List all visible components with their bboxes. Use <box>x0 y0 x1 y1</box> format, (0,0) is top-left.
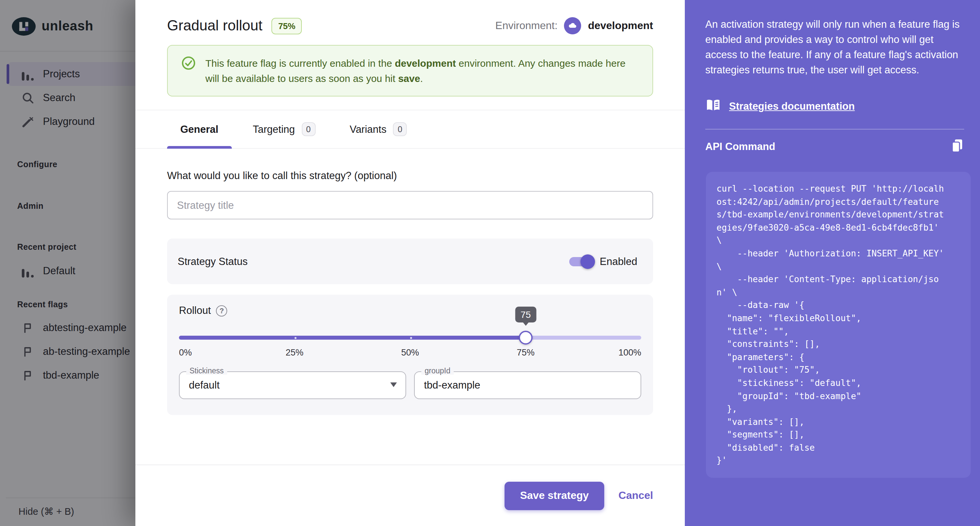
strategy-description: An activation strategy will only run whe… <box>705 16 964 77</box>
tab-general[interactable]: General <box>167 110 231 148</box>
chevron-down-icon <box>390 383 397 391</box>
strategy-status-panel: Strategy Status Enabled <box>167 239 653 284</box>
check-circle-icon <box>181 56 196 73</box>
slider-fill <box>179 336 526 340</box>
groupid-field: groupId <box>414 371 641 399</box>
page-title: Gradual rollout <box>167 17 262 34</box>
tab-label: General <box>180 123 218 135</box>
enabled-info-alert: This feature flag is currently enabled i… <box>167 45 653 96</box>
curl-command: curl --location --request PUT 'http://lo… <box>716 182 960 467</box>
groupid-label: groupId <box>421 367 454 375</box>
modal-footer: Save strategy Cancel <box>135 465 685 526</box>
strategy-status-toggle[interactable] <box>568 253 594 269</box>
strategy-status-label: Strategy Status <box>178 255 248 267</box>
tab-variants[interactable]: Variants 0 <box>336 110 420 148</box>
save-strategy-button[interactable]: Save strategy <box>505 481 604 510</box>
api-command-code: curl --location --request PUT 'http://lo… <box>706 172 971 478</box>
copy-command-button[interactable] <box>950 138 964 155</box>
stickiness-label: Stickiness <box>186 367 227 375</box>
tab-targeting[interactable]: Targeting 0 <box>239 110 329 148</box>
tick-label: 0% <box>179 347 192 357</box>
strategy-tabs: General Targeting 0 Variants 0 <box>135 110 685 149</box>
book-icon <box>705 98 721 115</box>
tick-label: 25% <box>286 347 304 357</box>
strategy-help-panel: An activation strategy will only run whe… <box>685 0 980 526</box>
rollout-panel: Rollout ? 75 0% 25% 50% <box>167 295 653 415</box>
cloud-icon <box>564 17 581 34</box>
strategy-title-input[interactable] <box>167 191 653 219</box>
environment-value: development <box>588 20 653 32</box>
tick-label: 50% <box>401 347 419 357</box>
tick-label: 100% <box>619 347 641 357</box>
tab-label: Targeting <box>253 123 295 135</box>
slider-mark-25 <box>294 337 296 339</box>
slider-thumb[interactable] <box>519 331 533 344</box>
groupid-input[interactable] <box>424 379 631 391</box>
api-command-heading: API Command <box>705 141 775 153</box>
environment-label: Environment: <box>495 20 558 32</box>
strategies-documentation-link[interactable]: Strategies documentation <box>729 100 855 112</box>
modal-backdrop[interactable] <box>0 0 135 526</box>
slider-value-tooltip: 75 <box>515 307 536 322</box>
strategy-status-value: Enabled <box>600 255 637 267</box>
strategy-form: Gradual rollout 75% Environment: develop… <box>135 0 685 526</box>
tab-label: Variants <box>350 123 386 135</box>
modal-header: Gradual rollout 75% Environment: develop… <box>135 0 685 110</box>
tick-label: 75% <box>517 347 535 357</box>
rollout-slider[interactable]: 75 0% 25% 50% 75% 100% <box>179 319 641 358</box>
environment-chip: Environment: development <box>495 17 653 34</box>
cancel-button[interactable]: Cancel <box>619 490 653 502</box>
rollout-label: Rollout <box>179 304 211 317</box>
general-tab-content: What would you like to call this strateg… <box>135 149 685 415</box>
stickiness-value: default <box>189 379 396 391</box>
edit-strategy-modal: Gradual rollout 75% Environment: develop… <box>135 0 980 526</box>
slider-mark-50 <box>410 337 412 339</box>
stickiness-select[interactable]: Stickiness default <box>179 371 406 399</box>
rollout-percentage-badge: 75% <box>272 18 302 34</box>
tab-count-badge: 0 <box>393 122 407 136</box>
rollout-help-icon[interactable]: ? <box>216 305 228 316</box>
alert-text: This feature flag is currently enabled i… <box>205 56 639 86</box>
tab-count-badge: 0 <box>301 122 315 136</box>
strategy-title-question: What would you like to call this strateg… <box>167 170 653 182</box>
